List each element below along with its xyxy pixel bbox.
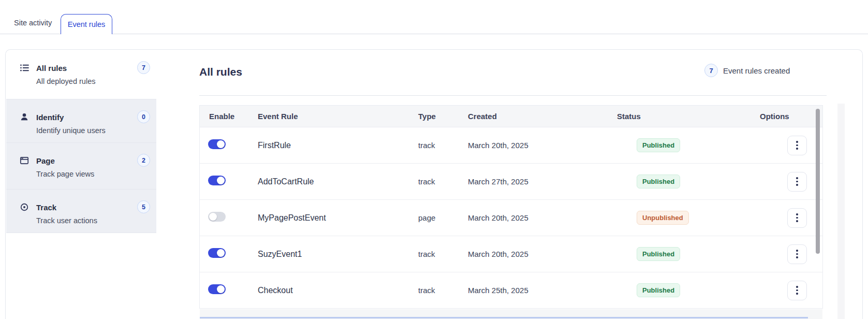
target-icon <box>20 202 29 212</box>
sidebar-item-label: Page <box>36 156 148 165</box>
event-rule-name: Checkout <box>258 286 418 295</box>
enable-toggle[interactable] <box>208 139 226 149</box>
status-badge: Unpublished <box>637 211 689 225</box>
event-rule-created-date: March 25th, 2025 <box>468 286 596 295</box>
toggle-knob <box>209 213 217 221</box>
page: Site activity Event rules All rules All … <box>0 0 868 319</box>
sidebar-item-label: All rules <box>36 64 148 72</box>
column-header-options: Options <box>720 112 822 121</box>
event-rule-type: track <box>418 250 468 258</box>
sidebar-count-badge: 7 <box>137 61 150 74</box>
sidebar-count-badge: 5 <box>137 200 150 213</box>
kebab-icon <box>796 213 798 215</box>
toggle-knob <box>217 140 225 148</box>
sidebar-item-description: Identify unique users <box>36 126 148 135</box>
tabs-baseline-divider <box>0 34 868 34</box>
event-rule-type: page <box>418 213 468 222</box>
table-row: MyPagePostEvent page March 20th, 2025 Un… <box>200 200 822 236</box>
event-rule-name: AddToCartRule <box>258 177 418 186</box>
enable-toggle[interactable] <box>208 212 226 222</box>
enable-toggle[interactable] <box>208 248 226 258</box>
window-icon <box>20 156 29 165</box>
table-row: FirstRule track March 20th, 2025 Publish… <box>200 127 822 164</box>
table-header-row: Enable Event Rule Type Created Status Op… <box>200 106 822 127</box>
sidebar-item-description: All deployed rules <box>36 77 148 85</box>
tab-event-rules[interactable]: Event rules <box>61 14 112 34</box>
kebab-icon <box>796 286 798 288</box>
table-row: SuzyEvent1 track March 20th, 2025 Publis… <box>200 236 822 272</box>
column-header-type: Type <box>418 112 468 121</box>
event-rule-name: FirstRule <box>258 141 418 150</box>
event-rule-created-date: March 27th, 2025 <box>468 177 596 186</box>
summary-label: Event rules created <box>723 66 790 75</box>
event-rule-name: SuzyEvent1 <box>258 250 418 259</box>
sidebar-count-badge: 0 <box>137 110 150 123</box>
tab-site-activity[interactable]: Site activity <box>14 19 52 27</box>
column-header-status: Status <box>596 112 720 121</box>
status-badge: Published <box>637 247 680 261</box>
kebab-icon <box>796 141 798 143</box>
column-header-enable: Enable <box>200 112 258 121</box>
event-rule-type: track <box>418 141 468 150</box>
toggle-knob <box>217 249 225 257</box>
sidebar-item-page[interactable]: Page Track page views 2 <box>6 143 156 190</box>
table-row: Checkout track March 25th, 2025 Publishe… <box>200 272 822 309</box>
bottom-focus-line <box>200 317 808 318</box>
row-options-button[interactable] <box>787 208 807 228</box>
status-badge: Published <box>637 175 680 189</box>
row-options-button[interactable] <box>787 136 807 155</box>
summary-count-badge: 7 <box>704 64 718 77</box>
event-rules-table: Enable Event Rule Type Created Status Op… <box>199 105 823 309</box>
user-icon <box>20 112 29 122</box>
sidebar-item-description: Track user actions <box>36 216 148 225</box>
sidebar-item-label: Identify <box>36 113 148 122</box>
status-badge: Published <box>637 138 680 152</box>
sidebar-item-track[interactable]: Track Track user actions 5 <box>6 190 156 233</box>
sidebar-item-identify[interactable]: Identify Identify unique users 0 <box>6 99 156 143</box>
table-row: AddToCartRule track March 27th, 2025 Pub… <box>200 164 822 200</box>
event-rule-type: track <box>418 286 468 295</box>
event-rule-created-date: March 20th, 2025 <box>468 213 596 222</box>
list-icon <box>20 63 29 72</box>
sidebar-count-badge: 2 <box>137 154 150 167</box>
row-options-button[interactable] <box>787 281 807 300</box>
page-title: All rules <box>199 66 242 78</box>
sidebar-item-all-rules[interactable]: All rules All deployed rules 7 <box>6 50 156 99</box>
table-scrollbar-thumb[interactable] <box>816 109 820 254</box>
column-header-created: Created <box>468 112 596 121</box>
enable-toggle[interactable] <box>208 284 226 294</box>
event-rule-created-date: March 20th, 2025 <box>468 250 596 258</box>
event-rule-created-date: March 20th, 2025 <box>468 141 596 150</box>
row-options-button[interactable] <box>787 172 807 192</box>
header-divider <box>199 95 827 96</box>
column-header-event-rule: Event Rule <box>258 112 418 121</box>
event-rules-created-summary: 7 Event rules created <box>704 64 790 77</box>
kebab-icon <box>796 250 798 252</box>
page-scrollbar-track[interactable] <box>837 104 845 319</box>
toggle-knob <box>217 285 225 293</box>
status-badge: Published <box>637 283 680 297</box>
sidebar-item-label: Track <box>36 203 148 212</box>
sidebar-item-description: Track page views <box>36 170 148 178</box>
rule-category-sidebar: All rules All deployed rules 7 Identify … <box>6 50 156 233</box>
event-rule-name: MyPagePostEvent <box>258 213 418 223</box>
toggle-knob <box>217 177 225 184</box>
row-options-button[interactable] <box>787 244 807 264</box>
event-rule-type: track <box>418 177 468 186</box>
enable-toggle[interactable] <box>208 176 226 185</box>
kebab-icon <box>796 177 798 179</box>
